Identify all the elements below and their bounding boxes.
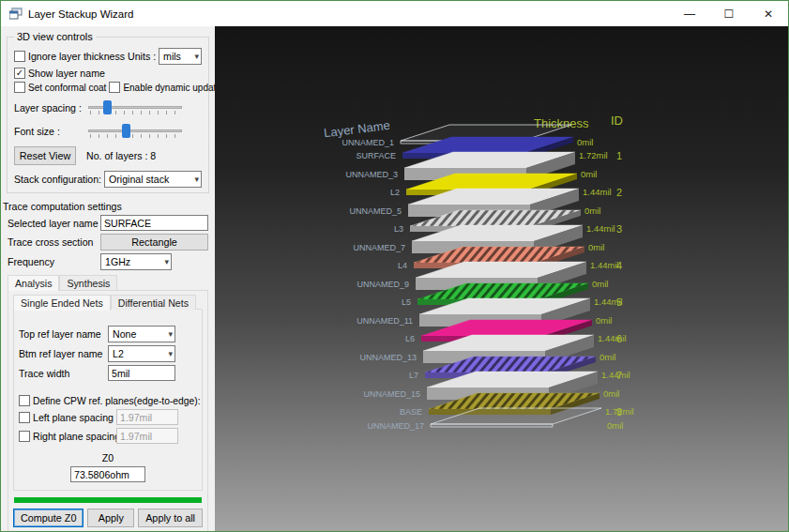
- close-button[interactable]: ✕: [749, 1, 788, 26]
- slider-track: [88, 129, 182, 132]
- left-plane-checkbox[interactable]: [19, 412, 30, 423]
- trace-width-label: Trace width: [19, 368, 105, 379]
- layer-name-label: UNNAMED_7: [353, 243, 405, 252]
- layer-id-label: 2: [616, 187, 622, 198]
- coat-outline: [431, 424, 553, 427]
- titlebar[interactable]: Layer Stackup Wizard — ☐ ✕: [1, 1, 788, 26]
- selected-layer-label: Selected layer name: [8, 218, 98, 229]
- window-title: Layer Stackup Wizard: [28, 8, 134, 20]
- app-icon: [9, 8, 23, 20]
- stackup-3d-view[interactable]: Layer NameThicknessIDUNNAMED_10milSURFAC…: [215, 26, 788, 531]
- show-layer-name-checkbox[interactable]: [14, 68, 25, 79]
- view-controls-group-label: 3D view controls: [14, 31, 96, 42]
- chevron-down-icon: ▾: [165, 329, 173, 339]
- btm-ref-value: L2: [113, 348, 124, 359]
- z0-section: Z0: [17, 452, 199, 482]
- layer-thickness-label: 0mil: [577, 137, 593, 147]
- layer-thickness-label: 0mil: [584, 205, 600, 216]
- layer-name-label: BASE: [400, 407, 422, 417]
- trace-cross-label: Trace cross section: [8, 236, 98, 248]
- layer-stackup-wizard-window: Layer Stackup Wizard — ☐ ✕ 3D view contr…: [0, 0, 789, 532]
- layer-spacing-slider[interactable]: [88, 99, 182, 116]
- set-conformal-coat-label: Set conformal coat: [28, 83, 106, 93]
- nets-tabs: Single Ended Nets Differential Nets: [13, 295, 203, 310]
- top-ref-value: None: [113, 328, 136, 340]
- view-controls-group: 3D view controls Ignore layer thickness …: [7, 37, 209, 193]
- selected-layer-row: Selected layer name: [1, 215, 215, 231]
- units-dropdown[interactable]: mils ▾: [159, 48, 202, 65]
- layer-spacing-row: Layer spacing :: [12, 99, 204, 116]
- set-conformal-coat-checkbox[interactable]: [14, 82, 25, 93]
- layer-thickness-label: 0mil: [592, 279, 608, 289]
- minimize-button[interactable]: —: [670, 1, 709, 26]
- compute-z0-button[interactable]: Compute Z0: [13, 509, 83, 527]
- stack-config-dropdown[interactable]: Original stack ▾: [104, 171, 202, 188]
- trace-width-row: Trace width: [17, 365, 199, 381]
- stackup-scene[interactable]: Layer NameThicknessIDUNNAMED_10milSURFAC…: [215, 26, 788, 531]
- layer-name-label: UNNAMED_15: [363, 389, 420, 399]
- layer-thickness-label: 1.44mil: [583, 187, 612, 197]
- font-size-row: Font size :: [12, 123, 204, 140]
- layer-name-label: L5: [402, 297, 411, 307]
- analysis-synthesis-tabs: Analysis Synthesis: [8, 275, 208, 290]
- left-plane-row: Left plane spacing: [17, 409, 199, 425]
- btm-ref-label: Btm ref layer name: [19, 348, 105, 359]
- trace-settings-header-row: Trace computation settings: [1, 201, 215, 212]
- ignore-layer-thickness-checkbox[interactable]: [14, 51, 25, 62]
- analysis-tab-panel: Single Ended Nets Differential Nets Top …: [8, 290, 208, 531]
- frequency-row: Frequency 1GHz ▾: [1, 253, 215, 270]
- num-layers-label: No. of layers : 8: [86, 150, 156, 161]
- enable-dynamic-update-label: Enable dynamic update: [123, 83, 215, 93]
- right-plane-checkbox[interactable]: [19, 431, 30, 442]
- layer-thickness-label: 0mil: [603, 388, 619, 399]
- slider-ticks: [90, 134, 180, 138]
- tab-synthesis[interactable]: Synthesis: [59, 275, 117, 290]
- layer-thickness-label: 0mil: [607, 420, 623, 431]
- cpw-label: Define CPW ref. planes(edge-to-edge):: [33, 396, 201, 406]
- cpw-checkbox[interactable]: [19, 395, 30, 406]
- enable-dynamic-update-checkbox[interactable]: [109, 82, 120, 93]
- stack-config-label: Stack configuration:: [14, 174, 101, 185]
- font-size-slider[interactable]: [88, 123, 182, 140]
- chevron-down-icon: ▾: [165, 349, 173, 358]
- frequency-label: Frequency: [8, 256, 98, 267]
- trace-width-input[interactable]: [108, 365, 175, 381]
- tab-analysis[interactable]: Analysis: [8, 275, 59, 291]
- apply-button[interactable]: Apply: [87, 509, 134, 527]
- slider-thumb[interactable]: [122, 124, 130, 138]
- reset-view-button[interactable]: Reset View: [14, 146, 76, 165]
- frequency-value: 1GHz: [105, 256, 130, 267]
- btm-ref-row: Btm ref layer name L2 ▾: [17, 345, 199, 362]
- trace-cross-section-button[interactable]: Rectangle: [100, 234, 208, 251]
- trace-settings-label: Trace computation settings: [3, 201, 122, 212]
- layer-thickness-label: 0mil: [596, 315, 612, 326]
- layer-name-label: SURFACE: [356, 151, 396, 160]
- tab-single-ended-nets[interactable]: Single Ended Nets: [13, 295, 111, 311]
- layer-thickness-label: 0mil: [599, 352, 615, 362]
- layer-id-label: 4: [616, 260, 622, 271]
- apply-to-all-button[interactable]: Apply to all: [138, 509, 203, 527]
- layer-name-label: UNNAMED_9: [357, 280, 409, 289]
- layer-name-label: L4: [398, 261, 407, 270]
- selected-layer-input[interactable]: [100, 215, 208, 231]
- slider-thumb[interactable]: [103, 100, 112, 114]
- right-plane-row: Right plane spacing: [17, 428, 199, 444]
- layer-thickness-label: 1.44mil: [586, 223, 615, 234]
- layer-id-label: 1: [616, 150, 622, 161]
- z0-value-input[interactable]: [70, 466, 145, 482]
- layer-thickness-label: 1.72mil: [579, 150, 608, 160]
- tab-differential-nets[interactable]: Differential Nets: [111, 295, 196, 310]
- layer-spacing-label: Layer spacing :: [14, 102, 85, 114]
- layer-name-label: UNNAMED_5: [349, 206, 402, 216]
- top-ref-dropdown[interactable]: None ▾: [108, 326, 175, 342]
- right-plane-label: Right plane spacing: [33, 431, 114, 442]
- left-plane-input: [116, 409, 178, 425]
- btm-ref-dropdown[interactable]: L2 ▾: [108, 345, 175, 362]
- frequency-dropdown[interactable]: 1GHz ▾: [100, 253, 172, 270]
- show-layer-name-row: Show layer name: [12, 68, 204, 79]
- maximize-button[interactable]: ☐: [709, 1, 749, 26]
- layer-name-label: L3: [394, 224, 403, 234]
- progress-bar: [14, 497, 202, 503]
- window-controls: — ☐ ✕: [670, 1, 788, 26]
- layer-name-label: UNNAMED_3: [345, 170, 398, 179]
